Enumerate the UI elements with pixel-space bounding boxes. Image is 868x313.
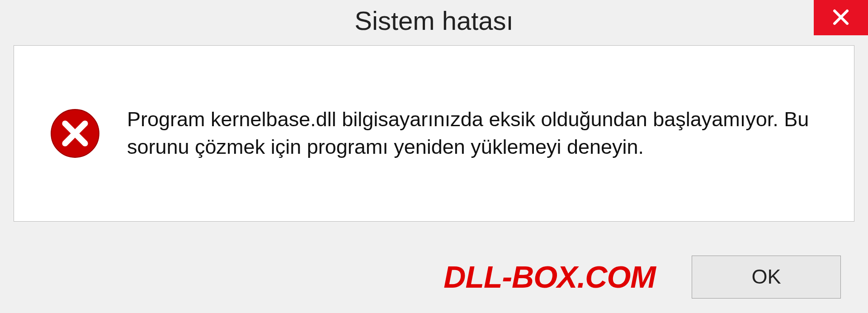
titlebar: Sistem hatası — [0, 0, 868, 41]
close-icon — [832, 8, 850, 28]
ok-button[interactable]: OK — [692, 256, 841, 299]
footer: DLL-BOX.COM OK — [0, 241, 868, 313]
error-dialog: Sistem hatası Program kernelbase.dll bil… — [0, 0, 868, 313]
content-area: Program kernelbase.dll bilgisayarınızda … — [14, 45, 854, 222]
dialog-title: Sistem hatası — [354, 5, 513, 36]
watermark-text: DLL-BOX.COM — [443, 259, 656, 294]
error-message: Program kernelbase.dll bilgisayarınızda … — [127, 106, 818, 161]
close-button[interactable] — [814, 0, 868, 35]
error-icon — [50, 109, 100, 158]
